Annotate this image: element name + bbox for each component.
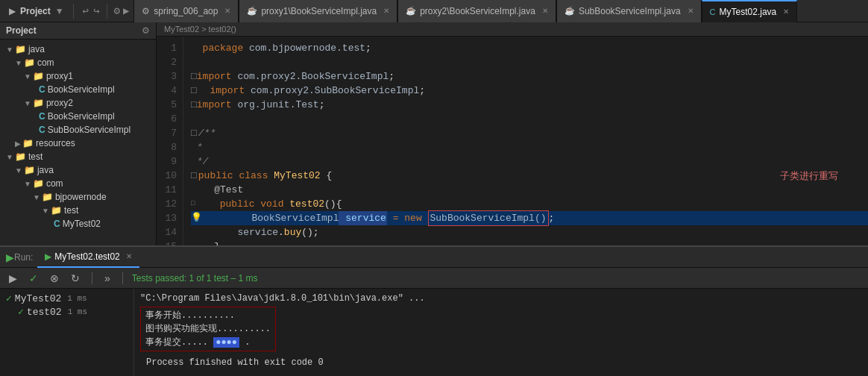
- tree-resources-folder[interactable]: ▶ 📁 resources: [0, 137, 156, 150]
- file-subbook-icon: C: [39, 125, 45, 135]
- tree-com-folder[interactable]: ▼ 📁 com: [0, 56, 156, 69]
- tree-proxy1-label: proxy1: [46, 71, 73, 81]
- tree-com-label: com: [37, 57, 54, 68]
- jvm-line: "C:\Program Files\Java\jdk1.8.0_101\bin\…: [140, 292, 862, 305]
- folder-test-java-icon: 📁: [24, 165, 35, 175]
- folder-bjpowernode-icon: 📁: [42, 192, 53, 202]
- arrow-test: ▼: [6, 153, 13, 161]
- tree-proxy2-bookservice[interactable]: C BookServiceImpl: [0, 110, 156, 123]
- mytest-tab-icon: C: [710, 7, 716, 16]
- rerun-button[interactable]: ↻: [68, 271, 83, 286]
- file-tree: ▼ 📁 java ▼ 📁 com ▼ 📁 proxy1 C: [0, 40, 156, 234]
- annotation-text: 子类进行重写: [780, 169, 838, 183]
- code-editor: 12345 678910 1112131415 package com.bjpo…: [157, 37, 868, 245]
- line-numbers: 12345 678910 1112131415: [157, 37, 183, 245]
- tree-test-java-label: java: [37, 165, 54, 175]
- code-line-10: □ public class MyTest02 { 子类进行重写: [191, 169, 868, 183]
- tree-resources-label: resources: [36, 138, 75, 148]
- forward-button[interactable]: »: [101, 271, 113, 286]
- sidebar-icons: ⚙: [142, 25, 150, 36]
- console-line-3: 事务提交..... ●●●● .: [145, 336, 271, 349]
- sidebar-title: Project: [6, 25, 37, 36]
- code-line-3: □ import com.proxy2.BookServiceImpl;: [191, 69, 868, 84]
- check-button[interactable]: ✓: [26, 271, 41, 286]
- tree-proxy1-bookservice[interactable]: C BookServiceImpl: [0, 83, 156, 96]
- close-tab-subbook[interactable]: ✕: [688, 7, 694, 15]
- folder-test-icon: 📁: [15, 151, 26, 162]
- test-item-mytest02[interactable]: ✓ MyTest02 1 ms: [6, 292, 128, 305]
- stop-button[interactable]: ⊗: [47, 271, 62, 286]
- code-area: MyTest02 > test02() 12345 678910 1112131…: [157, 22, 868, 245]
- test-mytest02-label: MyTest02: [15, 293, 61, 304]
- tab-subbook[interactable]: ☕ SubBookServiceImpl.java ✕: [556, 0, 702, 22]
- file-proxy2-book-icon: C: [39, 111, 45, 122]
- bottom-tab-mytest[interactable]: ▶ MyTest02.test02 ✕: [37, 247, 139, 268]
- tree-java-folder[interactable]: ▼ 📁 java: [0, 43, 156, 56]
- arrow-icon[interactable]: ▶: [123, 4, 129, 17]
- tree-test-com-folder[interactable]: ▼ 📁 com: [0, 177, 156, 190]
- test-test02-label: test02: [27, 307, 62, 318]
- close-tab-mytest[interactable]: ✕: [783, 7, 789, 16]
- bottom-toolbar: ▶ ✓ ⊗ ↻ » Tests passed: 1 of 1 test – 1 …: [0, 268, 868, 289]
- code-line-1: package com.bjpowernode.test;: [191, 41, 868, 55]
- sidebar-settings-icon[interactable]: ⚙: [142, 25, 150, 36]
- tree-bjpowernode-folder[interactable]: ▼ 📁 bjpowernode: [0, 190, 156, 204]
- nav-back-icon[interactable]: ↩: [83, 4, 89, 17]
- bottom-tab-icon: ▶: [45, 251, 51, 262]
- run-icon: ▶: [6, 251, 14, 263]
- test-item-test02[interactable]: ✓ test02 1 ms: [6, 305, 128, 319]
- test-mytest02-time: 1 ms: [67, 294, 87, 303]
- tab-spring[interactable]: ⚙ spring_006_aop ✕: [133, 0, 239, 22]
- code-line-11: @Test: [191, 183, 868, 197]
- project-icon: ▶: [9, 6, 16, 16]
- tests-passed-label: Tests passed: 1 of 1 test – 1 ms: [132, 273, 258, 283]
- folder-com-icon: 📁: [24, 57, 35, 68]
- code-line-2: [191, 55, 868, 69]
- java-tab-icon-3: ☕: [564, 6, 575, 16]
- code-line-15: }: [191, 239, 868, 245]
- code-line-5: □ import org.junit.Test;: [191, 98, 868, 112]
- close-tab-proxy1[interactable]: ✕: [383, 7, 389, 15]
- tree-test-folder[interactable]: ▼ 📁 test: [0, 150, 156, 163]
- tree-subbook[interactable]: C SubBookServiceImpl: [0, 123, 156, 137]
- bottom-tab-close[interactable]: ✕: [126, 252, 132, 260]
- close-tab-proxy2[interactable]: ✕: [542, 7, 548, 15]
- project-dropdown-icon[interactable]: ▼: [55, 6, 64, 16]
- tree-mytest02[interactable]: C MyTest02: [0, 217, 156, 231]
- tree-proxy2-folder[interactable]: ▼ 📁 proxy2: [0, 96, 156, 110]
- java-tab-icon-2: ☕: [406, 6, 416, 16]
- tab-proxy2-book[interactable]: ☕ proxy2\BookServiceImpl.java ✕: [397, 0, 556, 22]
- run-label: Run:: [14, 252, 33, 263]
- tree-test-java-folder[interactable]: ▼ 📁 java: [0, 163, 156, 177]
- tab-bar: ▶ Project ▼ ↩ ↪ ⚙ ▶ ⚙ spring_006_aop ✕ ☕…: [0, 0, 868, 22]
- code-line-6: [191, 112, 868, 126]
- arrow-bj-test: ▼: [42, 207, 49, 215]
- folder-bj-test-icon: 📁: [51, 205, 62, 216]
- nav-forward-icon[interactable]: ↪: [93, 4, 99, 17]
- arrow-resources: ▶: [15, 140, 21, 148]
- console-dots: ●●●●: [213, 337, 239, 348]
- bottom-panel: ▶ Run: ▶ MyTest02.test02 ✕ ▶ ✓ ⊗ ↻ » Tes…: [0, 245, 868, 376]
- play-button[interactable]: ▶: [6, 271, 20, 286]
- test-test02-time: 1 ms: [68, 307, 87, 316]
- tree-subbook-label: SubBookServiceImpl: [48, 125, 130, 135]
- arrow-proxy2: ▼: [24, 99, 31, 107]
- gear-tab-icon: ⚙: [142, 6, 150, 16]
- arrow-java: ▼: [6, 46, 13, 54]
- close-tab-spring[interactable]: ✕: [224, 7, 230, 15]
- bottom-tab-label: MyTest02.test02: [54, 251, 119, 262]
- tree-java-label: java: [28, 44, 45, 54]
- tree-proxy1-folder[interactable]: ▼ 📁 proxy1: [0, 69, 156, 83]
- code-content[interactable]: package com.bjpowernode.test; □ import c…: [183, 37, 868, 245]
- code-line-13: 💡 BookServiceImpl service = new SubBookS…: [191, 211, 868, 225]
- tab-proxy1-book[interactable]: ☕ proxy1\BookServiceImpl.java ✕: [239, 0, 397, 22]
- sidebar: Project ⚙ ▼ 📁 java ▼ 📁 com: [0, 22, 157, 245]
- test-tree: ✓ MyTest02 1 ms ✓ test02 1 ms: [0, 289, 134, 376]
- file-proxy1-book-icon: C: [39, 84, 45, 95]
- folder-test-com-icon: 📁: [33, 178, 44, 189]
- settings-icon[interactable]: ⚙: [113, 4, 119, 17]
- arrow-test-java: ▼: [15, 166, 22, 175]
- tree-bjpowernode-test-folder[interactable]: ▼ 📁 test: [0, 204, 156, 217]
- code-line-4: □ import com.proxy2.SubBookServiceImpl;: [191, 84, 868, 98]
- tab-mytest02[interactable]: C MyTest02.java ✕: [702, 0, 798, 22]
